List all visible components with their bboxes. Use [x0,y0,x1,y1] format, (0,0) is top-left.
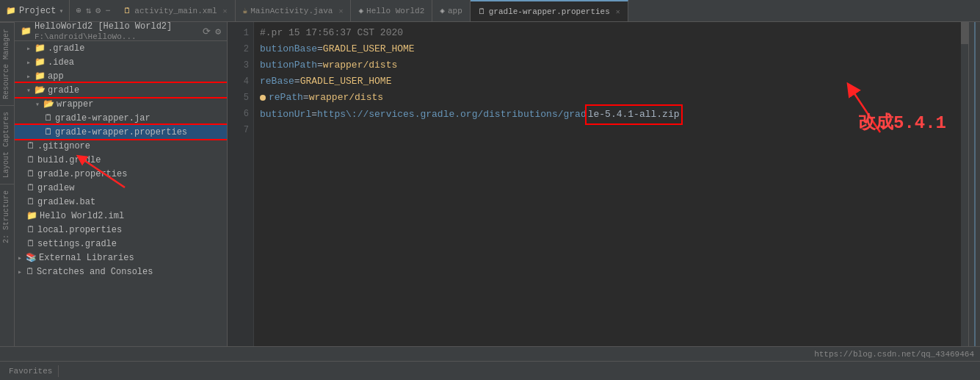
tree-item-gradle-jar[interactable]: 🗒 gradle-wrapper.jar [15,111,227,125]
code-line-4: reBase=GRADLE_USER_HOME [260,74,955,90]
tree-header: 📁 HelloWorld2 [Hello World2] F:\android\… [15,22,227,41]
tree-item-scratches[interactable]: 🗒 Scratches and Consoles [15,265,227,279]
line-numbers: 1 2 3 4 5 6 7 [228,22,254,346]
tree-arrow [26,86,31,95]
folder-open-icon2: 📂 [43,98,54,110]
tree-item-wrapper[interactable]: 📂 wrapper [15,97,227,111]
tab-close-icon[interactable]: ✕ [223,7,228,15]
tree-arrow [35,100,40,109]
folder-open-icon: 📂 [35,85,46,96]
project-dropdown-icon[interactable]: ▾ [59,7,63,15]
code-content: 1 2 3 4 5 6 7 #.pr 15 17:56:37 CST 2020 … [228,22,968,346]
file-icon: 🗒 [44,112,53,123]
xml-file-icon: 🗒 [123,6,131,15]
tab-icon3: ◈ [358,6,363,15]
tree-item-app[interactable]: 📁 app [15,69,227,83]
breakpoint-marker [260,95,266,101]
code-text-area[interactable]: #.pr 15 17:56:37 CST 2020 butionBase=GRA… [254,22,961,346]
project-folder-icon: 📁 [6,6,16,15]
code-line-5: rePath=wrapper/dists [260,90,955,106]
gear-icon[interactable]: ⚙ [95,5,101,16]
file-icon4: 🗒 [26,196,35,207]
split-icon[interactable]: ⇅ [86,5,91,16]
version-text: le-5.4.1-all.zip [587,106,681,123]
code-line-6: butionUrl=https\://services.gradle.org/d… [260,106,955,123]
folder-icon: 📁 [35,71,46,82]
settings-icon[interactable]: ⚙ [215,26,221,37]
project-folder-icon2: 📁 [21,26,32,37]
code-line-2: butionBase=GRADLE_USER_HOME [260,41,955,57]
project-label: Project [19,6,56,16]
code-line-7 [260,123,955,140]
scrollbar-thumb[interactable] [961,22,968,44]
tab-app[interactable]: ◈ app [432,0,470,21]
code-editor: 1 2 3 4 5 6 7 #.pr 15 17:56:37 CST 2020 … [228,22,968,346]
tab-hello-world[interactable]: ◈ Hello World2 [351,0,432,21]
tree-arrow [26,72,31,81]
tab-close-icon5[interactable]: ✕ [616,7,620,16]
tree-arrow [26,58,31,67]
tree-arrow [18,268,22,276]
code-line-1: #.pr 15 17:56:37 CST 2020 [260,25,955,41]
tree-item-gradle-root[interactable]: 📂 gradle [15,83,227,97]
folder-icon: 📁 [35,57,46,68]
minimize-icon[interactable]: − [105,6,110,16]
resource-manager-tab[interactable]: Resource Manager [0,22,14,105]
gradle-icon2: 🗒 [26,238,35,249]
tab-close-icon2[interactable]: ✕ [338,7,343,15]
right-scrollbar[interactable] [974,22,976,346]
file-icon3: 🗒 [26,182,35,193]
tree-item-gradle-props[interactable]: 🗒 gradle-wrapper.properties [15,125,227,139]
scrollbar[interactable] [961,22,968,346]
folder-icon3: 📁 [26,210,37,221]
gradle-icon: 🗒 [26,154,35,165]
tree-item-gradlew-bat[interactable]: 🗒 gradlew.bat [15,195,227,209]
tab-icon4: ◈ [440,6,445,15]
new-tab-icon[interactable]: ⊕ [76,5,81,16]
tab-gradle-wrapper-properties[interactable]: 🗒 gradle-wrapper.properties ✕ [471,0,628,21]
tree-item-settings-gradle[interactable]: 🗒 settings.gradle [15,237,227,251]
top-bar: 📁 Project ▾ ⊕ ⇅ ⚙ − 🗒 activity_main.xml … [0,0,980,22]
tree-item-local-properties[interactable]: 🗒 local.properties [15,223,227,237]
tree-item-build-gradle[interactable]: 🗒 build.gradle [15,153,227,167]
java-file-icon: ☕ [243,6,248,15]
tree-item-gradle[interactable]: 📁 .gradle [15,41,227,55]
sync-icon[interactable]: ⟳ [203,26,211,37]
file-icon5: 🗒 [26,224,35,235]
tree-arrow [26,44,31,53]
project-root-label: HelloWorld2 [Hello World2] F:\android\He… [35,22,203,42]
tree-item-hello-iml[interactable]: 📁 Hello World2.iml [15,209,227,223]
tree-header-icons: ⟳ ⚙ [203,26,221,37]
project-tree: 📁 HelloWorld2 [Hello World2] F:\android\… [15,22,228,346]
folder-icon: 📁 [35,43,46,54]
layout-captures-tab[interactable]: Layout Captures [0,105,14,184]
lib-icon: 📚 [26,252,37,263]
tree-item-external-libs[interactable]: 📚 External Libraries [15,251,227,265]
prop-icon2: 🗒 [26,168,35,179]
tree-item-gradlew[interactable]: 🗒 gradlew [15,181,227,195]
tree-item-gradle-properties[interactable]: 🗒 gradle.properties [15,167,227,181]
tree-arrow [18,254,22,262]
scratch-icon: 🗒 [26,266,35,277]
project-tab[interactable]: 📁 Project ▾ [0,0,69,21]
code-line-3: butionPath=wrapper/dists [260,57,955,74]
main-content: Resource Manager Layout Captures 2: Stru… [0,22,980,346]
structure-tab[interactable]: 2: Structure [0,184,14,249]
favorites-tab[interactable]: Favorites [3,365,59,377]
file-icon2: 🗒 [26,140,35,151]
tree-item-gitignore[interactable]: 🗒 .gitignore [15,139,227,153]
prop-file-icon: 🗒 [478,7,486,16]
prop-icon: 🗒 [44,126,53,137]
status-url: https://blog.csdn.net/qq_43469464 [814,350,974,359]
tab-bar: 🗒 activity_main.xml ✕ ☕ MainActivity.jav… [116,0,980,21]
tab-activity-main[interactable]: 🗒 activity_main.xml ✕ [116,0,235,21]
status-bar: https://blog.csdn.net/qq_43469464 [0,346,980,361]
tab-main-activity[interactable]: ☕ MainActivity.java ✕ [236,0,352,21]
right-panel [968,22,980,346]
tree-item-idea[interactable]: 📁 .idea [15,55,227,69]
bottom-tabs: Favorites [0,361,980,380]
